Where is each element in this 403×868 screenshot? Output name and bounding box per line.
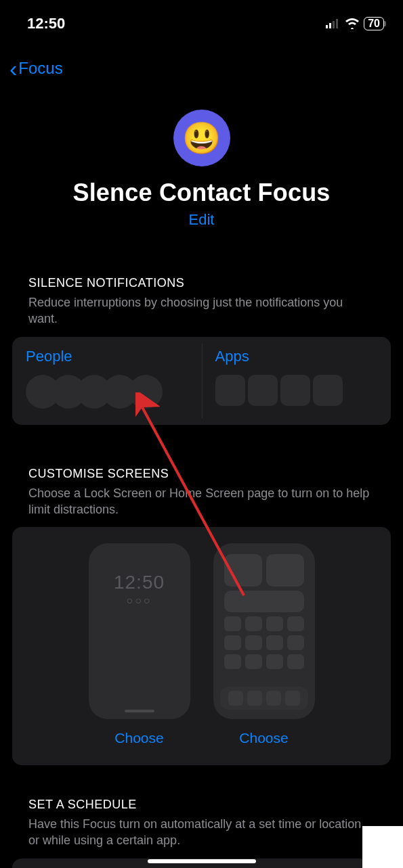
- nav-bar: ‹ Focus: [0, 39, 403, 87]
- edit-button[interactable]: Edit: [189, 211, 215, 229]
- schedule-section: SET A SCHEDULE Have this Focus turn on a…: [0, 798, 403, 868]
- people-card[interactable]: People: [12, 337, 202, 425]
- home-indicator-icon: [125, 710, 154, 712]
- svg-rect-3: [336, 19, 338, 28]
- system-home-indicator-icon: [148, 859, 256, 863]
- schedule-desc: Have this Focus turn on automatically at…: [12, 812, 391, 849]
- lock-screen-preview[interactable]: 12:50 ○○○: [89, 543, 190, 719]
- overlay-patch: [362, 826, 403, 868]
- choose-lock-button[interactable]: Choose: [114, 730, 163, 746]
- apps-card[interactable]: Apps: [202, 337, 391, 425]
- status-bar: 12:50 70: [0, 0, 403, 39]
- back-button[interactable]: Focus: [18, 59, 62, 78]
- people-circles: [26, 375, 188, 409]
- back-chevron-icon[interactable]: ‹: [9, 57, 17, 80]
- choose-home-button[interactable]: Choose: [239, 730, 288, 746]
- svg-rect-2: [333, 21, 335, 28]
- screens-header: CUSTOMISE SCREENS: [12, 467, 391, 481]
- status-right: 70: [326, 17, 384, 30]
- cellular-icon: [326, 19, 341, 28]
- people-label: People: [26, 348, 188, 365]
- screens-section: CUSTOMISE SCREENS Choose a Lock Screen o…: [0, 467, 403, 766]
- silence-section: SILENCE NOTIFICATIONS Reduce interruptio…: [0, 276, 403, 425]
- wifi-icon: [345, 18, 360, 29]
- status-time: 12:50: [27, 15, 65, 32]
- focus-hero: 😃 Slence Contact Focus Edit: [0, 110, 403, 229]
- silence-desc: Reduce interruptions by choosing just th…: [12, 290, 391, 327]
- screens-desc: Choose a Lock Screen or Home Screen page…: [12, 481, 391, 518]
- silence-cards: People Apps: [12, 337, 391, 425]
- silence-header: SILENCE NOTIFICATIONS: [12, 276, 391, 290]
- svg-rect-0: [326, 25, 328, 28]
- lock-time: 12:50: [114, 572, 165, 593]
- apps-squares: [215, 375, 378, 406]
- home-screen-column: Choose: [213, 543, 315, 746]
- apps-label: Apps: [215, 348, 378, 365]
- dock-icon: [220, 687, 308, 710]
- battery-icon: 70: [364, 17, 384, 30]
- svg-rect-1: [329, 23, 331, 28]
- home-screen-preview[interactable]: [213, 543, 315, 719]
- lock-screen-column: 12:50 ○○○ Choose: [89, 543, 190, 746]
- focus-emoji-icon: 😃: [173, 110, 230, 166]
- screens-card: 12:50 ○○○ Choose Choose: [12, 527, 391, 765]
- lock-dots: ○○○: [127, 595, 152, 607]
- home-grid: [219, 549, 310, 675]
- schedule-header: SET A SCHEDULE: [12, 798, 391, 812]
- focus-title: Slence Contact Focus: [0, 179, 403, 207]
